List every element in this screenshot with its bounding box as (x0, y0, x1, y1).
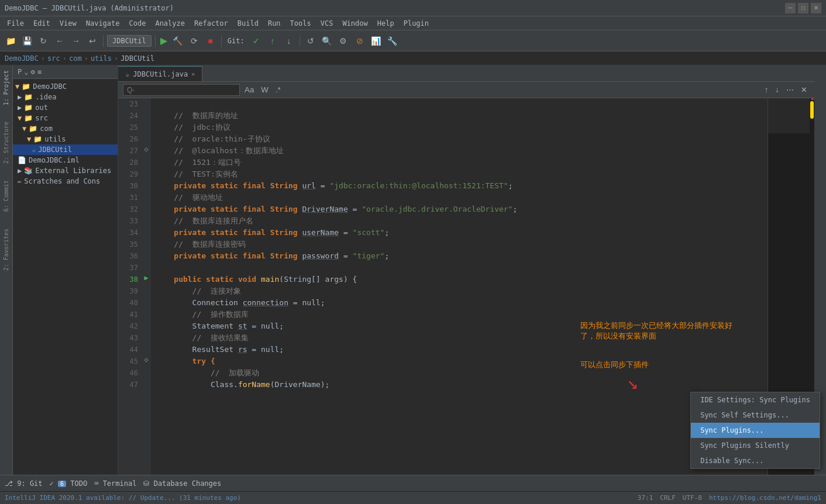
toolbar: 📁 💾 ↻ ← → ↩ JDBCUtil ▶ 🔨 ⟳ ■ Git: ✓ ↑ ↓ … (0, 30, 826, 51)
menu-file[interactable]: File (2, 18, 29, 29)
toolbar-git-fetch[interactable]: ↓ (282, 34, 296, 48)
toolbar-undo-btn[interactable]: ↩ (85, 34, 99, 48)
code-line-41: // 操作数据库 (156, 309, 763, 320)
breadcrumb-utils[interactable]: utils (91, 54, 112, 63)
status-notification: IntelliJ IDEA 2020.1 available: // Updat… (5, 494, 241, 502)
close-button[interactable]: ✕ (811, 3, 821, 13)
toolbar-stop-btn[interactable]: ■ (204, 34, 218, 48)
toolbar-save-btn[interactable]: 💾 (20, 34, 34, 48)
status-line-ending[interactable]: CRLF (660, 494, 676, 502)
context-menu-item-sync-silently[interactable]: Sync Plugins Silently (691, 438, 820, 453)
panel-collapse-icon[interactable]: ⌄ (24, 68, 28, 76)
menu-tools[interactable]: Tools (285, 18, 316, 29)
panel-settings-icon[interactable]: ⚙ (30, 68, 35, 76)
toolbar-git-push[interactable]: ↑ (266, 34, 280, 48)
tree-item-idea[interactable]: ▶ 📁 .idea (13, 92, 118, 102)
context-menu-item-sync-self[interactable]: Sync Self Settings... (691, 408, 820, 423)
tree-item-demojdbc[interactable]: ▼ 📁 DemoJDBC (13, 81, 118, 92)
search-words-btn[interactable]: W (259, 84, 271, 95)
toolbar-folder-btn[interactable]: 📁 (4, 34, 18, 48)
breadcrumb-demojdbc[interactable]: DemoJDBC (5, 54, 39, 63)
toolbar-run-button[interactable]: ▶ (159, 34, 168, 47)
search-close-btn[interactable]: ✕ (799, 84, 810, 95)
search-next-btn[interactable]: ↓ (773, 84, 782, 95)
menu-vcs[interactable]: VCS (316, 18, 338, 29)
toolbar-settings-btn[interactable]: ⚙ (336, 34, 350, 48)
structure-tab[interactable]: 2: Structure (2, 119, 11, 166)
code-content[interactable]: // 数据库的地址 // jdbc:协议 // oracle:thin-子协议 … (151, 98, 768, 475)
search-prev-btn[interactable]: ↑ (762, 84, 771, 95)
toolbar-git-check[interactable]: ✓ (249, 34, 263, 48)
menu-code[interactable]: Code (125, 18, 151, 29)
bottom-tab-db-changes[interactable]: ⛁ Database Changes (143, 479, 221, 488)
commit-tab[interactable]: 6: Commit (2, 178, 11, 214)
menu-navigate[interactable]: Navigate (81, 18, 125, 29)
maximize-button[interactable]: □ (798, 3, 808, 13)
code-line-30: private static final String url = "jdbc:… (156, 180, 763, 192)
expand-icon-utils: ▼ (27, 135, 31, 143)
context-menu-item-disable-sync[interactable]: Disable Sync... (691, 453, 820, 468)
folder-icon-idea: 📁 (24, 93, 33, 101)
bottom-tab-terminal[interactable]: ⌨ Terminal (94, 479, 136, 488)
toolbar-no-btn[interactable]: ⊘ (353, 34, 367, 48)
menu-plugin[interactable]: Plugin (399, 18, 433, 29)
toolbar-search-btn[interactable]: 🔍 (320, 34, 334, 48)
toolbar-build-btn[interactable]: 🔨 (171, 34, 185, 48)
tree-item-utils[interactable]: ▼ 📁 utils (13, 134, 118, 144)
menu-run[interactable]: Run (263, 18, 285, 29)
toolbar-refresh-btn[interactable]: ↻ (36, 34, 50, 48)
menu-refactor[interactable]: Refactor (190, 18, 233, 29)
tree-item-scratches[interactable]: ✏ Scratches and Cons (13, 176, 118, 187)
breadcrumb-com[interactable]: com (69, 54, 82, 63)
status-encoding[interactable]: UTF-8 (683, 494, 702, 502)
context-menu-item-ide-settings[interactable]: IDE Settings: Sync Plugins (691, 392, 820, 408)
menu-view[interactable]: View (55, 18, 81, 29)
tree-item-out[interactable]: ▶ 📁 out (13, 102, 118, 113)
java-icon-jdbcutil: ☕ (32, 146, 36, 154)
scrollbar-thumb[interactable] (810, 101, 814, 119)
toolbar-forward-btn[interactable]: → (69, 34, 83, 48)
editor-tab-jdbcutil[interactable]: ☕ JDBCUtil.java ✕ (118, 66, 202, 81)
toolbar-reload-btn[interactable]: ⟳ (187, 34, 201, 48)
status-url-link[interactable]: https://blog.csdn.net/daming1 (709, 494, 821, 502)
tree-label-src: src (35, 114, 48, 122)
folder-icon-out: 📁 (24, 103, 33, 112)
tree-item-jdbcutil[interactable]: ☕ JDBCUtil (13, 144, 118, 155)
toolbar-extra-btn2[interactable]: 🔧 (386, 34, 400, 48)
menu-window[interactable]: Window (338, 18, 372, 29)
collapse-icon-out: ▶ (18, 103, 22, 112)
panel-gear-icon[interactable]: ≡ (37, 68, 42, 76)
tab-close-jdbcutil[interactable]: ✕ (191, 71, 195, 77)
code-line-45: try { (156, 355, 763, 367)
code-line-33: // 数据库连接用户名 (156, 215, 763, 227)
minimize-button[interactable]: ─ (785, 3, 796, 13)
bottom-tab-git[interactable]: ⎇ 9: Git (5, 479, 43, 488)
tree-item-src[interactable]: ▼ 📁 src (13, 113, 118, 123)
menu-edit[interactable]: Edit (29, 18, 55, 29)
search-more-btn[interactable]: ⋯ (784, 84, 796, 95)
breadcrumb-jdbcutil[interactable]: JDBCUtil (121, 54, 154, 63)
menu-build[interactable]: Build (233, 18, 263, 29)
search-input[interactable] (123, 84, 240, 96)
breadcrumb-src[interactable]: src (47, 54, 60, 63)
status-notification-link[interactable]: IntelliJ IDEA 2020.1 available: // Updat… (5, 494, 241, 502)
search-match-case-btn[interactable]: Aa (242, 84, 256, 95)
menu-help[interactable]: Help (373, 18, 399, 29)
project-tab[interactable]: 1: Project (2, 68, 11, 108)
toolbar-undo2-btn[interactable]: ↺ (304, 34, 318, 48)
toolbar-extra-btn1[interactable]: 📊 (369, 34, 383, 48)
favorites-tab[interactable]: 2: Favorites (2, 226, 11, 273)
menu-analyze[interactable]: Analyze (150, 18, 190, 29)
status-position[interactable]: 37:1 (638, 494, 653, 502)
gutter: ◇ ▶ ◇ (142, 98, 151, 475)
tree-item-ext-libs[interactable]: ▶ 📚 External Libraries (13, 165, 118, 176)
bottom-tab-todo[interactable]: ✓ 6 TODO (50, 479, 88, 488)
tree-label-idea: .idea (35, 93, 56, 101)
search-regex-btn[interactable]: .* (273, 84, 283, 95)
tree-item-com[interactable]: ▼ 📁 com (13, 123, 118, 134)
context-menu-item-sync-plugins[interactable]: Sync Plugins... (691, 423, 820, 438)
toolbar-project-name[interactable]: JDBCUtil (107, 35, 152, 47)
tree-item-demojdbc-iml[interactable]: 📄 DemoJDBC.iml (13, 155, 118, 165)
menu-bar: File Edit View Navigate Code Analyze Ref… (0, 16, 826, 30)
toolbar-back-btn[interactable]: ← (53, 34, 67, 48)
